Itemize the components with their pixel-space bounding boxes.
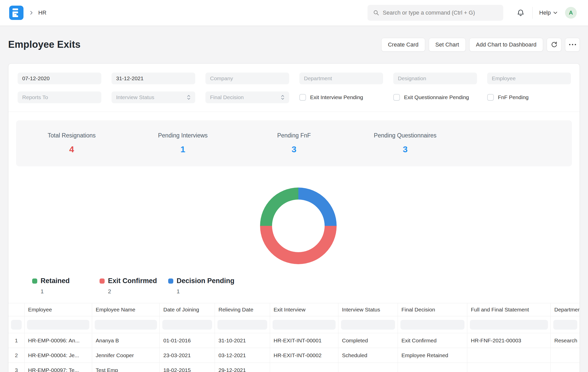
cell-department[interactable] — [551, 363, 580, 372]
column-filter-input[interactable] — [217, 320, 267, 330]
cell-interview-status[interactable] — [338, 363, 398, 372]
legend-item-decision-pending[interactable]: Decision Pending 1 — [168, 277, 235, 295]
cell-date-of-joining[interactable]: 18-02-2015 — [160, 363, 215, 372]
search-icon — [373, 10, 379, 16]
set-chart-button[interactable]: Set Chart — [429, 38, 466, 52]
help-label: Help — [539, 9, 551, 16]
header-cell[interactable]: Date of Joining — [160, 303, 215, 316]
cell-date-of-joining[interactable]: 01-01-2016 — [160, 333, 215, 348]
cell-final-decision[interactable]: Employee Retained — [398, 348, 467, 363]
breadcrumb[interactable]: HR — [38, 9, 46, 16]
cell-exit-interview[interactable] — [270, 363, 338, 372]
header-cell[interactable]: Relieving Date — [215, 303, 270, 316]
page-title: Employee Exits — [8, 39, 81, 50]
to-date-input[interactable]: 31-12-2021 — [112, 73, 195, 84]
stats-panel: Total Resignations 4 Pending Interviews … — [16, 120, 572, 166]
help-menu[interactable]: Help — [539, 9, 557, 16]
avatar[interactable]: A — [565, 7, 577, 19]
cell-employee[interactable]: HR-EMP-00004: Je... — [24, 348, 92, 363]
menu-button[interactable] — [565, 38, 580, 52]
page-header: Employee Exits Create Card Set Chart Add… — [0, 26, 588, 63]
legend-swatch — [100, 278, 105, 284]
avatar-letter: A — [569, 9, 573, 16]
exits-table: Employee Employee Name Date of Joining R… — [8, 303, 580, 372]
final-decision-select[interactable]: Final Decision — [205, 91, 289, 103]
stat-pending-questionnaires: Pending Questionnaires 3 — [350, 132, 461, 166]
legend-swatch — [32, 278, 37, 284]
cell-fnf-statement[interactable] — [467, 363, 551, 372]
stat-empty — [461, 132, 572, 166]
exit-interview-pending-checkbox[interactable]: Exit Interview Pending — [299, 91, 383, 103]
cell-date-of-joining[interactable]: 23-03-2021 — [160, 348, 215, 363]
row-number: 3 — [8, 363, 24, 372]
legend-count: 1 — [177, 288, 235, 295]
cell-employee[interactable]: HR-EMP-00096: An... — [24, 333, 92, 348]
reports-to-input[interactable]: Reports To — [18, 91, 101, 103]
header-cell[interactable]: Department — [551, 303, 580, 316]
cell-department[interactable] — [551, 348, 580, 363]
table-filter-row — [8, 316, 580, 333]
legend-count: 2 — [108, 288, 157, 295]
exit-questionnaire-pending-checkbox[interactable]: Exit Questionnaire Pending — [393, 91, 477, 103]
stat-total-resignations: Total Resignations 4 — [16, 132, 127, 166]
erpnext-logo-glyph — [12, 8, 21, 17]
header-cell[interactable]: Full and Final Statement — [467, 303, 551, 316]
employee-input[interactable]: Employee — [487, 73, 571, 84]
column-filter-input[interactable] — [273, 320, 336, 330]
checkbox-icon — [299, 94, 306, 101]
cell-exit-interview[interactable]: HR-EXIT-INT-00002 — [270, 348, 338, 363]
column-filter-input[interactable] — [400, 320, 464, 330]
donut-chart[interactable] — [260, 188, 337, 264]
cell-employee-name[interactable]: Jennifer Cooper — [92, 348, 160, 363]
header-cell[interactable]: Interview Status — [338, 303, 398, 316]
select-updown-icon — [281, 94, 285, 100]
cell-relieving-date[interactable]: 31-10-2021 — [215, 333, 270, 348]
refresh-button[interactable] — [547, 38, 561, 52]
column-filter-input[interactable] — [162, 320, 212, 330]
interview-status-select[interactable]: Interview Status — [112, 91, 195, 103]
create-card-button[interactable]: Create Card — [381, 38, 425, 52]
header-cell[interactable]: Exit Interview — [270, 303, 338, 316]
cell-interview-status[interactable]: Completed — [338, 333, 398, 348]
legend-item-retained[interactable]: Retained 1 — [32, 277, 70, 295]
header-cell-index — [8, 303, 24, 316]
cell-interview-status[interactable]: Scheduled — [338, 348, 398, 363]
navbar-divider — [532, 7, 533, 19]
header-cell[interactable]: Employee — [24, 303, 92, 316]
stat-pending-interviews: Pending Interviews 1 — [127, 132, 239, 166]
company-input[interactable]: Company — [205, 73, 289, 84]
cell-fnf-statement[interactable] — [467, 348, 551, 363]
fnf-pending-checkbox[interactable]: FnF Pending — [487, 91, 571, 103]
department-input[interactable]: Department — [299, 73, 383, 84]
cell-relieving-date[interactable]: 03-12-2021 — [215, 348, 270, 363]
app-logo-icon[interactable] — [9, 6, 23, 20]
checkbox-icon — [393, 94, 400, 101]
column-filter-input[interactable] — [341, 320, 395, 330]
select-updown-icon — [187, 94, 191, 100]
table-row: 2 HR-EMP-00004: Je... Jennifer Cooper 23… — [8, 348, 580, 363]
notifications-bell-icon[interactable] — [515, 7, 526, 18]
header-cell[interactable]: Final Decision — [398, 303, 467, 316]
designation-input[interactable]: Designation — [393, 73, 477, 84]
cell-relieving-date[interactable]: 29-12-2021 — [215, 363, 270, 372]
cell-exit-interview[interactable]: HR-EXIT-INT-00001 — [270, 333, 338, 348]
column-filter-input[interactable] — [11, 320, 22, 330]
search-input[interactable]: Search or type a command (Ctrl + G) — [368, 5, 503, 21]
column-filter-input[interactable] — [27, 320, 89, 330]
from-date-input[interactable]: 07-12-2020 — [18, 73, 101, 84]
column-filter-input[interactable] — [553, 320, 577, 330]
cell-employee[interactable]: HR-EMP-00097: Te... — [24, 363, 92, 372]
legend-item-exit-confirmed[interactable]: Exit Confirmed 2 — [100, 277, 157, 295]
add-chart-to-dashboard-button[interactable]: Add Chart to Dashboard — [469, 38, 543, 52]
cell-employee-name[interactable]: Test Emp — [92, 363, 160, 372]
cell-department[interactable]: Research — [551, 333, 580, 348]
header-cell[interactable]: Employee Name — [92, 303, 160, 316]
donut-hole — [272, 200, 325, 252]
cell-final-decision[interactable] — [398, 363, 467, 372]
cell-final-decision[interactable]: Exit Confirmed — [398, 333, 467, 348]
column-filter-input[interactable] — [95, 320, 157, 330]
column-filter-input[interactable] — [470, 320, 548, 330]
cell-fnf-statement[interactable]: HR-FNF-2021-00003 — [467, 333, 551, 348]
legend-count: 1 — [41, 288, 70, 295]
cell-employee-name[interactable]: Ananya B — [92, 333, 160, 348]
